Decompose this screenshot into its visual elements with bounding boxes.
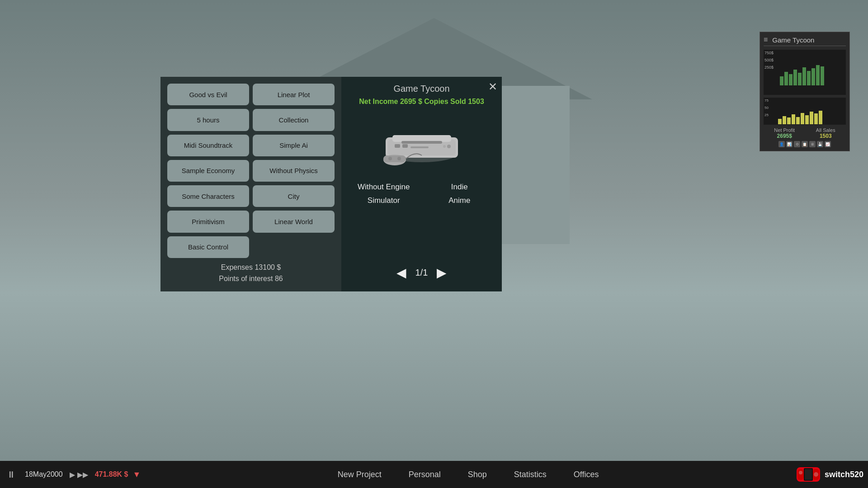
stats-panel-header: ≡ Game Tycoon — [764, 36, 846, 46]
stat-icon-5: 🖥 — [809, 141, 816, 147]
svg-rect-7 — [410, 146, 429, 148]
game-tags: Without Engine Indie Simulator Anime — [348, 183, 495, 205]
toolbar: 18May2000 ▶ ▶▶ 471.88K $ ▼ New Project P… — [0, 461, 868, 488]
stat-icon-2: 📊 — [786, 141, 793, 147]
income-chart: 750$ 500$ 250$ — [764, 50, 846, 95]
bar-9 — [816, 65, 820, 85]
chart-label-75: 75 — [764, 99, 769, 103]
stat-icon-4: 📋 — [802, 141, 808, 147]
switch-icon-svg — [796, 465, 821, 483]
statistics-button[interactable]: Statistics — [514, 470, 547, 479]
feature-midi-soundtrack[interactable]: Midi Soundtrack — [167, 135, 249, 156]
svg-point-5 — [447, 145, 451, 148]
next-page-button[interactable]: ▶ — [437, 265, 447, 280]
bar-5 — [798, 73, 802, 85]
personal-button[interactable]: Personal — [409, 470, 441, 479]
toolbar-money: 471.88K $ — [95, 470, 128, 479]
new-project-button[interactable]: New Project — [338, 470, 382, 479]
tag-anime: Anime — [424, 196, 495, 205]
console-svg — [379, 119, 465, 169]
svg-rect-9 — [402, 144, 408, 148]
platform-image — [377, 117, 467, 171]
sales-bar-10 — [819, 111, 822, 124]
bar-2 — [784, 72, 788, 85]
pagination: ◀ 1/1 ▶ — [396, 265, 447, 280]
bar-1 — [780, 76, 783, 85]
feature-simple-ai[interactable]: Simple Ai — [253, 135, 335, 156]
play-fast-button[interactable]: ▶▶ — [77, 470, 88, 479]
prev-page-button[interactable]: ◀ — [396, 265, 406, 280]
net-profit-label: Net Profit — [774, 127, 795, 133]
income-bars — [780, 58, 844, 85]
play-once-button[interactable]: ▶ — [70, 470, 75, 479]
stats-icons-row: 👤 📊 ⚙ 📋 🖥 💾 📈 — [764, 141, 846, 147]
offices-button[interactable]: Offices — [574, 470, 599, 479]
trend-down-icon: ▼ — [132, 470, 141, 479]
chart-label-250: 250$ — [764, 65, 774, 70]
close-button[interactable]: ✕ — [488, 81, 497, 92]
net-profit-col: Net Profit 2695$ — [774, 127, 795, 139]
net-profit-value: 2695$ — [774, 133, 795, 139]
svg-rect-11 — [383, 155, 406, 162]
feature-some-characters[interactable]: Some Characters — [167, 185, 249, 207]
tag-indie: Indie — [424, 183, 495, 192]
sales-chart: 75 50 25 — [764, 98, 846, 125]
svg-point-18 — [814, 472, 818, 477]
stats-footer: Net Profit 2695$ All Sales 1503 — [764, 127, 846, 139]
tag-simulator: Simulator — [348, 196, 420, 205]
all-sales-value: 1503 — [816, 133, 835, 139]
bar-3 — [789, 74, 793, 85]
feature-without-physics[interactable]: Without Physics — [253, 160, 335, 182]
expenses-info: Expenses 13100 $ Points of interest 86 — [167, 262, 335, 285]
sales-bar-4 — [792, 114, 795, 124]
expenses-text: Expenses 13100 $ — [221, 262, 281, 273]
feature-city[interactable]: City — [253, 185, 335, 207]
points-text: Points of interest 86 — [219, 273, 283, 285]
stat-icon-3: ⚙ — [794, 141, 800, 147]
feature-5-hours[interactable]: 5 hours — [167, 109, 249, 131]
sales-bar-7 — [805, 115, 809, 124]
sales-bars — [778, 106, 844, 124]
feature-primitivism[interactable]: Primitivism — [167, 211, 249, 232]
stats-panel-title: Game Tycoon — [772, 36, 814, 44]
sales-bar-5 — [796, 117, 800, 124]
feature-linear-plot[interactable]: Linear Plot — [253, 84, 335, 105]
pause-button[interactable] — [5, 468, 18, 481]
toolbar-nav: New Project Personal Shop Statistics Off… — [150, 470, 787, 479]
chart-label-750: 750$ — [764, 51, 774, 55]
svg-point-12 — [388, 157, 392, 160]
svg-rect-3 — [392, 135, 451, 142]
stats-panel: ≡ Game Tycoon 750$ 500$ 250$ 75 50 25 — [760, 32, 850, 151]
svg-rect-20 — [805, 469, 812, 480]
shop-button[interactable]: Shop — [468, 470, 487, 479]
main-dialog: Good vs Evil Linear Plot 5 hours Collect… — [160, 77, 502, 291]
sales-bar-3 — [787, 117, 791, 124]
sales-bar-8 — [810, 112, 813, 124]
feature-panel: Good vs Evil Linear Plot 5 hours Collect… — [160, 77, 341, 291]
svg-point-6 — [443, 145, 446, 148]
feature-good-vs-evil[interactable]: Good vs Evil — [167, 84, 249, 105]
feature-basic-control[interactable]: Basic Control — [167, 236, 249, 258]
svg-point-13 — [397, 157, 401, 160]
feature-sample-economy[interactable]: Sample Economy — [167, 160, 249, 182]
bar-10 — [821, 66, 824, 85]
stat-icon-6: 💾 — [817, 141, 823, 147]
toolbar-date: 18May2000 — [25, 470, 63, 479]
svg-point-16 — [799, 471, 802, 474]
menu-icon[interactable]: ≡ — [764, 36, 768, 44]
stat-icon-1: 👤 — [778, 141, 785, 147]
all-sales-col: All Sales 1503 — [816, 127, 835, 139]
feature-linear-world[interactable]: Linear World — [253, 211, 335, 232]
dialog-title: Game Tycoon — [393, 84, 449, 94]
switch-logo: switch520 — [796, 465, 863, 483]
tag-without-engine: Without Engine — [348, 183, 420, 192]
sales-bar-9 — [814, 113, 818, 124]
chart-label-50: 50 — [764, 106, 769, 110]
game-info-panel: Game Tycoon ✕ Net Income 2695 $ Copies S… — [341, 77, 502, 291]
sales-bar-1 — [778, 119, 782, 124]
stat-icon-7: 📈 — [825, 141, 831, 147]
net-income-row: Net Income 2695 $ Copies Sold 1503 — [359, 98, 484, 106]
page-indicator: 1/1 — [415, 267, 428, 278]
feature-collection[interactable]: Collection — [253, 109, 335, 131]
bar-8 — [811, 68, 815, 85]
